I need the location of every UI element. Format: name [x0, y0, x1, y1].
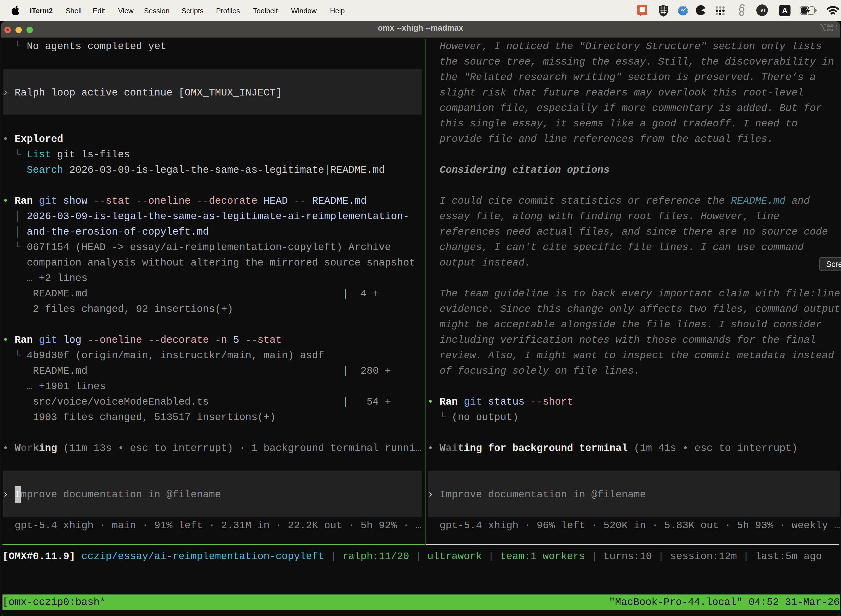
svg-text:1: 1 [835, 24, 837, 32]
svg-text:..61: ..61 [759, 8, 765, 13]
svg-text:A: A [782, 6, 787, 15]
